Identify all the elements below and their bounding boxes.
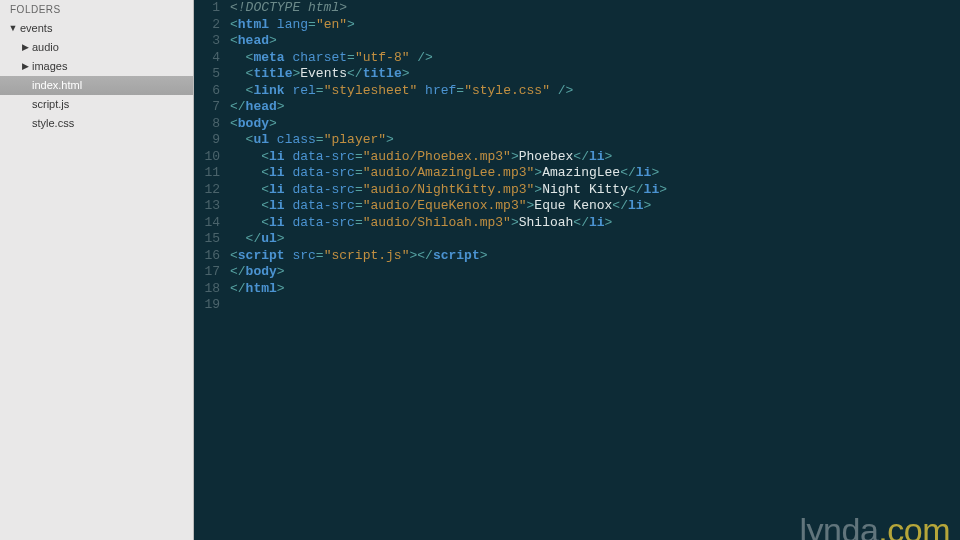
token: > (605, 149, 613, 164)
line-number: 19 (194, 297, 220, 314)
tree-item-label: events (18, 21, 52, 36)
token: /> (417, 50, 433, 65)
code-line[interactable]: <meta charset="utf-8" /> (230, 50, 950, 67)
tree-item-audio[interactable]: ▶audio (0, 38, 193, 57)
token: </ (417, 248, 433, 263)
token: charset (292, 50, 347, 65)
token (230, 66, 246, 81)
token: = (316, 248, 324, 263)
code-line[interactable]: <li data-src="audio/EqueKenox.mp3">Eque … (230, 198, 950, 215)
token: = (316, 83, 324, 98)
code-line[interactable]: <!DOCTYPE html> (230, 0, 950, 17)
token: head (246, 99, 277, 114)
token (230, 182, 261, 197)
token (230, 215, 261, 230)
line-number: 5 (194, 66, 220, 83)
token: < (230, 116, 238, 131)
token: data-src (292, 165, 354, 180)
token: "script.js" (324, 248, 410, 263)
token: class (277, 132, 316, 147)
token: "audio/EqueKenox.mp3" (363, 198, 527, 213)
token: <!DOCTYPE html> (230, 0, 347, 15)
token: < (261, 182, 269, 197)
token (230, 132, 246, 147)
token: < (230, 33, 238, 48)
token: "audio/Phoebex.mp3" (363, 149, 511, 164)
tree-item-label: audio (30, 40, 59, 55)
token: </ (230, 264, 246, 279)
token: html (246, 281, 277, 296)
token: body (246, 264, 277, 279)
code-line[interactable]: <script src="script.js"></script> (230, 248, 950, 265)
token: "audio/AmazingLee.mp3" (363, 165, 535, 180)
token: src (292, 248, 315, 263)
token (230, 198, 261, 213)
code-line[interactable]: <ul class="player"> (230, 132, 950, 149)
token: </ (573, 215, 589, 230)
tree-item-events[interactable]: ▼events (0, 19, 193, 38)
code-line[interactable]: <body> (230, 116, 950, 133)
token: ul (253, 132, 269, 147)
code-editor[interactable]: 12345678910111213141516171819 <!DOCTYPE … (194, 0, 960, 540)
token: title (363, 66, 402, 81)
token: li (269, 165, 285, 180)
token: = (308, 17, 316, 32)
token: = (355, 215, 363, 230)
code-area[interactable]: <!DOCTYPE html><html lang="en"><head> <m… (230, 0, 960, 540)
code-line[interactable]: <html lang="en"> (230, 17, 950, 34)
code-line[interactable]: <li data-src="audio/NightKitty.mp3">Nigh… (230, 182, 950, 199)
token: = (355, 165, 363, 180)
line-gutter: 12345678910111213141516171819 (194, 0, 230, 540)
code-line[interactable]: <li data-src="audio/Shiloah.mp3">Shiloah… (230, 215, 950, 232)
token: > (534, 182, 542, 197)
token (230, 165, 261, 180)
code-line[interactable]: </ul> (230, 231, 950, 248)
token (230, 50, 246, 65)
token: > (480, 248, 488, 263)
code-line[interactable]: <head> (230, 33, 950, 50)
token: > (605, 215, 613, 230)
code-line[interactable]: <li data-src="audio/Phoebex.mp3">Phoebex… (230, 149, 950, 166)
token: </ (230, 99, 246, 114)
tree-item-index-html[interactable]: index.html (0, 76, 193, 95)
code-line[interactable]: <title>Events</title> (230, 66, 950, 83)
tree-item-style-css[interactable]: style.css (0, 114, 193, 133)
line-number: 18 (194, 281, 220, 298)
token: li (269, 149, 285, 164)
token: Night Kitty (542, 182, 628, 197)
token: li (589, 215, 605, 230)
token: "player" (324, 132, 386, 147)
token: rel (292, 83, 315, 98)
token: head (238, 33, 269, 48)
token: script (238, 248, 285, 263)
token: Phoebex (519, 149, 574, 164)
token: "audio/NightKitty.mp3" (363, 182, 535, 197)
token: > (511, 215, 519, 230)
token (269, 132, 277, 147)
token: /> (558, 83, 574, 98)
token: "style.css" (464, 83, 550, 98)
line-number: 4 (194, 50, 220, 67)
line-number: 17 (194, 264, 220, 281)
tree-item-script-js[interactable]: script.js (0, 95, 193, 114)
token: li (589, 149, 605, 164)
token: Events (300, 66, 347, 81)
code-line[interactable]: </html> (230, 281, 950, 298)
token: lang (277, 17, 308, 32)
code-line[interactable]: </head> (230, 99, 950, 116)
code-line[interactable]: <li data-src="audio/AmazingLee.mp3">Amaz… (230, 165, 950, 182)
code-line[interactable]: </body> (230, 264, 950, 281)
token: > (511, 149, 519, 164)
token: > (644, 198, 652, 213)
token: > (659, 182, 667, 197)
code-line[interactable]: <link rel="stylesheet" href="style.css" … (230, 83, 950, 100)
code-line[interactable] (230, 297, 950, 314)
token: > (269, 116, 277, 131)
token: data-src (292, 182, 354, 197)
token: < (261, 149, 269, 164)
tree-item-images[interactable]: ▶images (0, 57, 193, 76)
line-number: 10 (194, 149, 220, 166)
line-number: 13 (194, 198, 220, 215)
token: data-src (292, 198, 354, 213)
token: > (402, 66, 410, 81)
